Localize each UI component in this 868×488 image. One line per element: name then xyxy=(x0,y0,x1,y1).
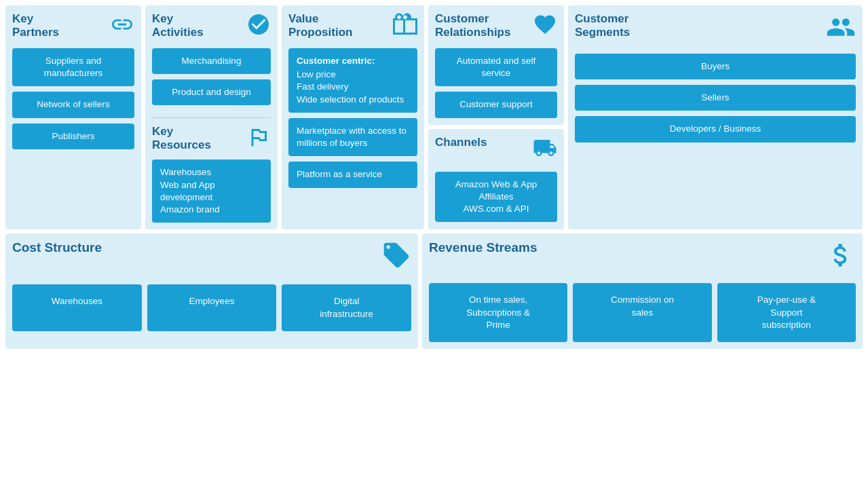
customer-segments-title: Customer Segments xyxy=(575,12,630,40)
value-proposition-header: Value Proposition xyxy=(288,12,417,41)
gift-icon xyxy=(393,12,417,41)
channels-cell: Channels Amazon Web & App Affiliates AWS… xyxy=(428,129,564,230)
key-partners-header: Key Partners xyxy=(12,12,134,41)
key-resources-content: Warehouses Web and App development Amazo… xyxy=(152,159,271,223)
cs-item-2: Developers / Business xyxy=(575,116,856,142)
revenue-item-0: On time sales, Subscriptions & Prime xyxy=(429,283,567,342)
revenue-item-2: Pay-per-use & Support subscription xyxy=(717,283,856,342)
cost-structure-cards: Warehouses Employees Digital infrastruct… xyxy=(12,284,411,331)
cr-channels-wrapper: Customer Relationships Automated and sel… xyxy=(428,5,564,229)
value-proposition-item-1: Platform as a service xyxy=(288,162,417,187)
cost-item-0: Warehouses xyxy=(12,284,142,331)
cost-structure-header: Cost Structure xyxy=(12,240,411,276)
vp-text: Low price Fast delivery Wide selection o… xyxy=(297,69,404,104)
cr-item-0: Automated and self service xyxy=(435,48,557,86)
key-activities-title: Key Activities xyxy=(152,12,204,40)
cs-item-1: Sellers xyxy=(575,85,856,111)
key-activities-header: Key Activities xyxy=(152,12,271,41)
key-partners-title: Key Partners xyxy=(12,12,59,40)
cs-item-0: Buyers xyxy=(575,54,856,79)
revenue-streams-title: Revenue Streams xyxy=(429,240,537,255)
key-partners-cell: Key Partners Suppliers and manufacturers… xyxy=(5,5,141,229)
heart-icon xyxy=(533,12,557,41)
key-partners-item-2: Publishers xyxy=(12,124,134,149)
people-icon xyxy=(826,12,856,47)
canvas: Key Partners Suppliers and manufacturers… xyxy=(5,5,863,349)
truck-icon xyxy=(533,136,557,165)
revenue-item-1: Commission on sales xyxy=(573,283,711,342)
customer-relationships-title: Customer Relationships xyxy=(435,12,510,40)
channels-title: Channels xyxy=(435,136,487,149)
value-proposition-cell: Value Proposition Customer centric: Low … xyxy=(282,5,424,229)
tag-icon xyxy=(381,240,411,276)
customer-relationships-header: Customer Relationships xyxy=(435,12,557,41)
revenue-streams-cards: On time sales, Subscriptions & Prime Com… xyxy=(429,283,856,342)
channels-header: Channels xyxy=(435,136,557,165)
top-section: Key Partners Suppliers and manufacturers… xyxy=(5,5,863,229)
link-icon xyxy=(110,12,134,41)
key-activities-item-1: Product and design xyxy=(152,79,271,105)
mountains-icon xyxy=(246,125,271,154)
key-partners-item-1: Network of sellers xyxy=(12,92,134,117)
cost-structure-title: Cost Structure xyxy=(12,240,102,255)
money-bag-icon xyxy=(826,240,856,275)
value-proposition-main: Customer centric: Low price Fast deliver… xyxy=(288,48,417,113)
cost-item-1: Employees xyxy=(147,284,277,331)
check-icon xyxy=(246,12,271,41)
key-resources-header: Key Resources xyxy=(152,125,271,154)
customer-relationships-cell: Customer Relationships Automated and sel… xyxy=(428,5,564,125)
cost-structure-cell: Cost Structure Warehouses Employees Digi… xyxy=(5,233,418,349)
revenue-streams-cell: Revenue Streams On time sales, Subscript… xyxy=(422,233,863,349)
key-partners-item-0: Suppliers and manufacturers xyxy=(12,48,134,86)
customer-segments-header: Customer Segments xyxy=(575,12,856,47)
vp-bold: Customer centric: xyxy=(297,55,409,67)
customer-segments-cell: Customer Segments Buyers Sellers Develop… xyxy=(568,5,863,229)
value-proposition-item-0: Marketplace with access to millions of b… xyxy=(288,118,417,156)
value-proposition-title: Value Proposition xyxy=(288,12,352,40)
cost-item-2: Digital infrastructure xyxy=(282,284,411,331)
channels-content: Amazon Web & App Affiliates AWS.com & AP… xyxy=(435,172,557,223)
revenue-streams-header: Revenue Streams xyxy=(429,240,856,275)
key-resources-title: Key Resources xyxy=(152,125,211,152)
cr-item-1: Customer support xyxy=(435,92,557,117)
key-activities-item-0: Merchandising xyxy=(152,48,271,74)
bottom-section: Cost Structure Warehouses Employees Digi… xyxy=(5,233,863,349)
key-activities-cell: Key Activities Merchandising Product and… xyxy=(145,5,278,229)
